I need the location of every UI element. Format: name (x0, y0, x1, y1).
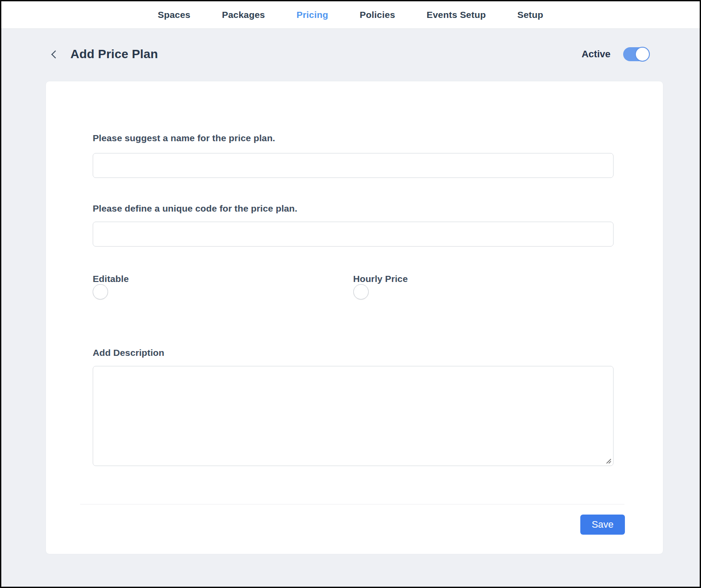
tab-pricing[interactable]: Pricing (296, 10, 328, 20)
app-window: Spaces Packages Pricing Policies Events … (0, 0, 701, 588)
editable-toggle-group: Editable (93, 273, 353, 284)
description-textarea[interactable] (93, 366, 614, 466)
toggle-knob (635, 47, 650, 62)
tab-spaces[interactable]: Spaces (158, 10, 191, 20)
back-button[interactable] (49, 49, 59, 59)
hourly-price-toggle-group: Hourly Price (353, 273, 614, 284)
footer-divider (80, 504, 624, 504)
editable-toggle-label: Editable (93, 273, 353, 284)
tab-packages[interactable]: Packages (222, 10, 265, 20)
toggle-knob (93, 284, 108, 299)
name-field-label: Please suggest a name for the price plan… (93, 132, 614, 143)
code-field-label: Please define a unique code for the pric… (93, 203, 614, 214)
save-button[interactable]: Save (580, 515, 625, 535)
hourly-price-toggle-label: Hourly Price (353, 273, 614, 284)
resize-handle-icon[interactable] (605, 457, 612, 464)
tab-policies[interactable]: Policies (360, 10, 395, 20)
toggle-knob (353, 284, 369, 299)
actions-row: Save (93, 515, 625, 535)
tab-setup[interactable]: Setup (517, 10, 543, 20)
description-field-label: Add Description (93, 347, 614, 358)
description-textarea-wrapper (93, 366, 614, 466)
price-plan-name-input[interactable] (93, 153, 614, 178)
active-toggle-label: Active (582, 49, 610, 60)
active-toggle-group: Active (582, 47, 649, 61)
active-toggle[interactable] (623, 47, 649, 61)
page-header: Add Price Plan Active (1, 29, 700, 63)
page-title: Add Price Plan (70, 47, 158, 61)
top-navbar: Spaces Packages Pricing Policies Events … (1, 1, 700, 29)
chevron-left-icon (51, 50, 59, 58)
price-plan-form-card: Please suggest a name for the price plan… (45, 81, 663, 554)
tab-events-setup[interactable]: Events Setup (427, 10, 486, 20)
toggle-row: Editable Hourly Price (93, 273, 614, 284)
price-plan-code-input[interactable] (93, 222, 614, 247)
